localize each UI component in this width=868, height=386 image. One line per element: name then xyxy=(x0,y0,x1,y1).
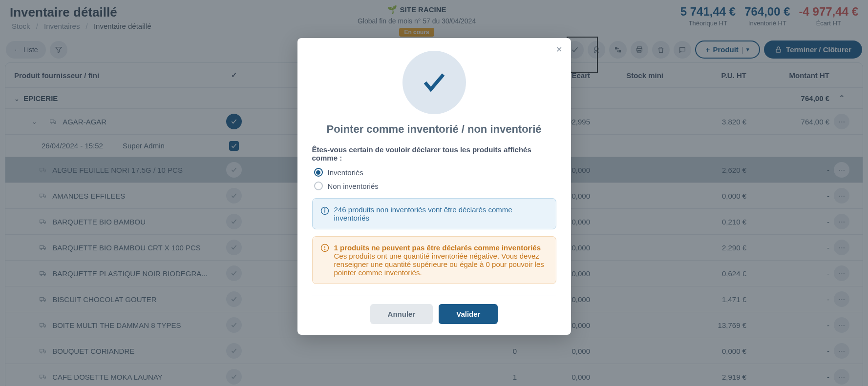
modal-question: Êtes-vous certain de vouloir déclarer to… xyxy=(312,145,556,162)
confirm-modal: ✕ Pointer comme inventorié / non invento… xyxy=(297,38,571,335)
warning-message: 1 produits ne peuvent pas être déclarés … xyxy=(312,236,556,284)
modal-check-icon xyxy=(402,51,466,114)
warning-icon xyxy=(320,244,329,277)
info-icon xyxy=(320,206,329,222)
radio-icon xyxy=(314,182,323,190)
modal-overlay[interactable]: ✕ Pointer comme inventorié / non invento… xyxy=(0,0,868,386)
modal-title: Pointer comme inventorié / non inventori… xyxy=(312,123,556,136)
radio-inventoried[interactable]: Inventoriés xyxy=(314,168,556,177)
close-button[interactable]: ✕ xyxy=(556,45,562,54)
radio-not-inventoried[interactable]: Non inventoriés xyxy=(314,182,556,190)
svg-point-44 xyxy=(324,249,325,250)
info-message: 246 produits non inventoriés vont être d… xyxy=(312,198,556,229)
svg-point-41 xyxy=(324,209,325,209)
confirm-button[interactable]: Valider xyxy=(439,304,498,324)
radio-icon xyxy=(314,168,323,177)
cancel-button[interactable]: Annuler xyxy=(370,304,433,324)
